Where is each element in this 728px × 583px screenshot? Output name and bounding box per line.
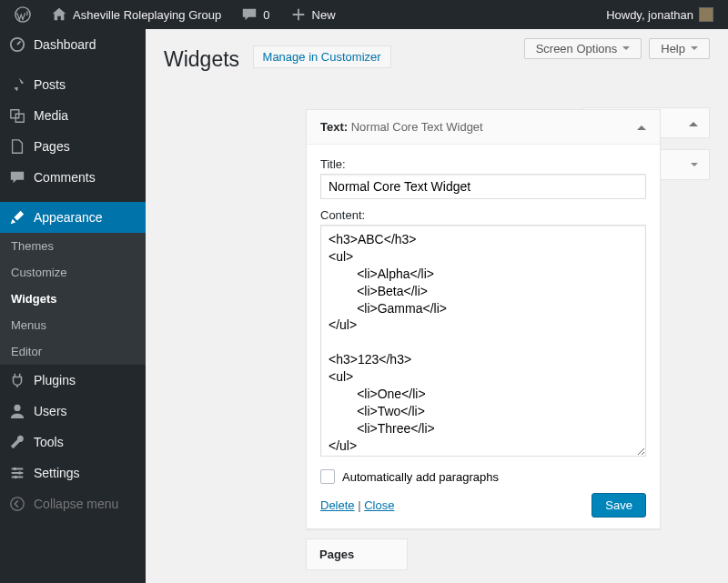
svg-point-3 [14, 467, 17, 471]
menu-users[interactable]: Users [0, 396, 146, 427]
page-icon [9, 138, 25, 155]
pages-widget-bar[interactable]: Pages [306, 538, 408, 570]
widget-name: Normal Core Text Widget [351, 120, 483, 134]
chevron-down-icon [622, 46, 630, 54]
menu-posts[interactable]: Posts [0, 69, 146, 100]
svg-point-6 [11, 498, 24, 510]
chevron-up-icon [689, 117, 698, 126]
content-label: Content: [320, 208, 646, 222]
menu-plugins[interactable]: Plugins [0, 365, 146, 396]
submenu-menus[interactable]: Menus [0, 312, 146, 338]
menu-settings[interactable]: Settings [0, 457, 146, 488]
chevron-down-icon [691, 163, 698, 170]
svg-point-4 [18, 471, 22, 475]
page-title: Widgets [164, 47, 239, 72]
menu-dashboard[interactable]: Dashboard [0, 29, 146, 60]
comments-icon [9, 169, 25, 186]
submenu-appearance: Themes Customize Widgets Menus Editor [0, 233, 146, 365]
admin-bar: Asheville Roleplaying Group 0 New Howdy,… [0, 0, 728, 29]
checkbox-icon[interactable] [320, 469, 335, 484]
wordpress-icon [15, 6, 31, 23]
chevron-down-icon [691, 46, 698, 54]
plus-icon [290, 6, 307, 23]
collapse-icon [9, 496, 25, 512]
plug-icon [9, 372, 25, 388]
save-button[interactable]: Save [592, 493, 646, 518]
help-button[interactable]: Help [649, 38, 710, 59]
user-icon [9, 403, 25, 419]
home-icon [51, 6, 67, 23]
submenu-themes[interactable]: Themes [0, 233, 146, 259]
menu-comments[interactable]: Comments [0, 162, 146, 193]
menu-media[interactable]: Media [0, 100, 146, 131]
comment-icon [241, 6, 258, 23]
autop-checkbox-row[interactable]: Automatically add paragraphs [320, 469, 646, 484]
screen-options-button[interactable]: Screen Options [524, 38, 642, 59]
brush-icon [9, 209, 25, 226]
account-link[interactable]: Howdy, jonathan [599, 7, 721, 22]
title-label: Title: [320, 157, 646, 171]
widget-actions: Delete | Close [320, 498, 394, 512]
widget-text: Text: Normal Core Text Widget Title: Con… [306, 109, 661, 529]
submenu-widgets[interactable]: Widgets [0, 286, 146, 312]
content-area: Screen Options Help Widgets Manage in Cu… [146, 29, 728, 583]
customizer-link[interactable]: Manage in Customizer [253, 45, 391, 68]
dashboard-icon [9, 36, 25, 53]
title-input[interactable] [320, 174, 646, 199]
comments-link[interactable]: 0 [234, 6, 277, 23]
svg-point-2 [14, 405, 20, 411]
widget-type: Text: [320, 120, 348, 134]
menu-pages[interactable]: Pages [0, 131, 146, 162]
content-textarea[interactable] [320, 225, 646, 457]
menu-tools[interactable]: Tools [0, 427, 146, 457]
media-icon [9, 107, 25, 124]
sliders-icon [9, 465, 25, 481]
site-link[interactable]: Asheville Roleplaying Group [44, 6, 228, 23]
delete-link[interactable]: Delete [320, 498, 355, 512]
widget-header[interactable]: Text: Normal Core Text Widget [307, 110, 660, 145]
pin-icon [9, 76, 25, 93]
submenu-customize[interactable]: Customize [0, 259, 146, 286]
submenu-editor[interactable]: Editor [0, 338, 146, 365]
admin-sidebar: Dashboard Posts Media Pages Comments App… [0, 29, 146, 583]
wp-logo[interactable] [7, 6, 38, 23]
close-link[interactable]: Close [364, 498, 394, 512]
menu-appearance[interactable]: Appearance [0, 202, 146, 233]
wrench-icon [9, 434, 25, 450]
svg-point-5 [14, 476, 17, 479]
autop-label: Automatically add paragraphs [342, 470, 499, 484]
avatar [699, 7, 713, 22]
chevron-up-icon [637, 121, 646, 130]
new-link[interactable]: New [283, 6, 343, 23]
collapse-menu[interactable]: Collapse menu [0, 488, 146, 519]
